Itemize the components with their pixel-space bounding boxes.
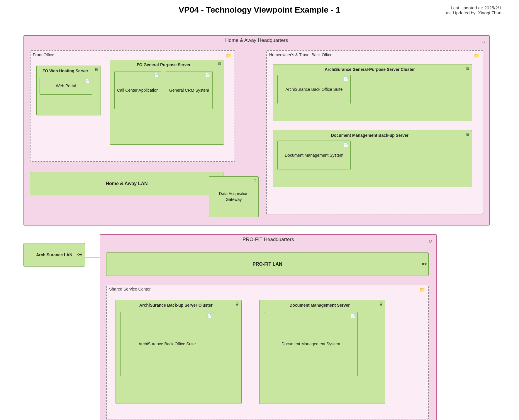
home-away-hq: Home & Away Headquarters ⌕ Front Office …	[23, 35, 490, 226]
shared-service-label: Shared Service Center	[107, 285, 428, 291]
doc-icon-web-portal: 📄	[85, 79, 90, 83]
front-office-container: Front Office 📁 FO Web Hosting Server 🖥 📄…	[30, 50, 235, 162]
doc-mgmt-server-box[interactable]: Document Management Server 🖥 📄 Document …	[259, 300, 385, 404]
last-updated-at: Last Updated at: 2025/2/1	[443, 5, 501, 10]
archisurance-back-office-label: ArchiSurance Back Office Suite	[284, 85, 344, 94]
fo-general-purpose-box[interactable]: FO General-Purpose Server 🖥 📄 Call Cente…	[110, 60, 224, 145]
server-icon-doc-mgmt: 🖥	[379, 302, 383, 306]
archisurance-back-office-box[interactable]: 📄 ArchiSurance Back Office Suite	[277, 75, 351, 104]
doc-mgmt-backup-box[interactable]: Document Management Back-up Server 🖥 📄 D…	[273, 130, 472, 187]
location-pin-profit-icon: ⌕	[429, 237, 432, 244]
doc-icon-archi-back-bottom: 📄	[207, 314, 212, 318]
doc-icon-doc-mgmt-bottom: 📄	[350, 314, 355, 318]
archisurance-cluster-box[interactable]: ArchiSurance General-Purpose Server Clus…	[273, 64, 472, 121]
proFit-lan-label: PRO-FIT LAN	[252, 262, 282, 267]
doc-icon-crm: 📄	[205, 73, 210, 78]
fo-web-hosting-label: FO Web Hosting Server	[37, 66, 101, 75]
general-crm-label: General CRM System	[167, 86, 211, 95]
call-center-box[interactable]: 📄 Call Center Application	[114, 71, 161, 109]
server-icon-archi-backup: 🖥	[235, 302, 239, 306]
home-away-lan-box[interactable]: Home & Away LAN ⚯	[30, 172, 223, 195]
doc-mgmt-server-label: Document Management Server	[260, 300, 385, 309]
back-office-label: Homeowner's & Travel Back Office	[267, 51, 483, 57]
server-icon-archisurance-cluster: 🖥	[466, 66, 470, 71]
home-away-hq-label: Home & Away Headquarters	[24, 36, 489, 43]
home-away-lan-label: Home & Away LAN	[106, 181, 147, 186]
back-office-container: Homeowner's & Travel Back Office 📁 Archi…	[266, 50, 483, 214]
archisurance-lan-label: ArchiSurance LAN	[36, 252, 72, 257]
data-acquisition-box[interactable]: □ Data Acquisition Gateway	[209, 176, 259, 217]
archisurance-back-office-bottom-label: ArchiSurance Back Office Suite	[135, 338, 199, 350]
fo-general-purpose-label: FO General-Purpose Server	[110, 60, 224, 68]
back-office-folder-icon: 📁	[474, 53, 480, 58]
archisurance-backup-cluster-box[interactable]: ArchiSurance Back-up Server Cluster 🖥 📄 …	[116, 300, 242, 404]
archisurance-lan-box[interactable]: ArchiSurance LAN ⚯	[23, 243, 85, 267]
archisurance-back-office-bottom-box[interactable]: 📄 ArchiSurance Back Office Suite	[120, 312, 214, 376]
shared-service-folder-icon: 📁	[419, 287, 425, 293]
web-portal-label: Web Portal	[56, 83, 76, 88]
proFit-lan-box[interactable]: PRO-FIT LAN ⚯	[106, 252, 429, 276]
data-acquisition-label: Data Acquisition Gateway	[209, 188, 258, 205]
proFit-hq: PRO-FIT Headquarters ⌕ PRO-FIT LAN ⚯ Sha…	[100, 234, 437, 420]
network-icon-archisurance: ⚯	[77, 252, 82, 258]
doc-mgmt-system-bottom-label: Document Management System	[279, 338, 343, 350]
last-updated-by: Last Updated by: Xiaoqi Zhao	[443, 10, 501, 15]
doc-icon-archi-back: 📄	[343, 76, 348, 81]
gateway-icon: □	[254, 178, 256, 183]
location-pin-icon: ⌕	[481, 38, 485, 45]
doc-mgmt-system-bottom-box[interactable]: 📄 Document Management System	[264, 312, 358, 376]
server-icon-doc-backup: 🖥	[466, 132, 470, 136]
general-crm-box[interactable]: 📄 General CRM System	[166, 71, 213, 109]
doc-mgmt-backup-label: Document Management Back-up Server	[273, 130, 472, 139]
call-center-label: Call Center Application	[115, 86, 160, 95]
page-title: VP04 - Technology Viewpoint Example - 1	[0, 0, 519, 18]
server-icon-fo-general: 🖥	[218, 62, 222, 66]
doc-icon-call-center: 📄	[154, 73, 159, 78]
proFit-hq-label: PRO-FIT Headquarters	[100, 235, 436, 243]
network-icon-profit-lan: ⚯	[422, 261, 426, 267]
fo-web-hosting-box[interactable]: FO Web Hosting Server 🖥 📄 Web Portal	[36, 66, 101, 115]
archisurance-backup-cluster-label: ArchiSurance Back-up Server Cluster	[116, 300, 241, 309]
archisurance-cluster-label: ArchiSurance General-Purpose Server Clus…	[273, 64, 472, 73]
web-portal-box[interactable]: 📄 Web Portal	[40, 77, 92, 95]
shared-service-container: Shared Service Center 📁 ArchiSurance Bac…	[106, 285, 429, 419]
front-office-folder-icon: 📁	[226, 53, 232, 58]
doc-icon-doc-mgmt-top: 📄	[343, 142, 348, 147]
server-icon-fo-web: 🖥	[94, 67, 99, 72]
doc-mgmt-system-label-top: Document Management System	[283, 151, 345, 160]
doc-mgmt-system-box-top[interactable]: 📄 Document Management System	[277, 141, 351, 170]
front-office-label: Front Office	[30, 51, 235, 57]
meta-info: Last Updated at: 2025/2/1 Last Updated b…	[443, 5, 501, 15]
